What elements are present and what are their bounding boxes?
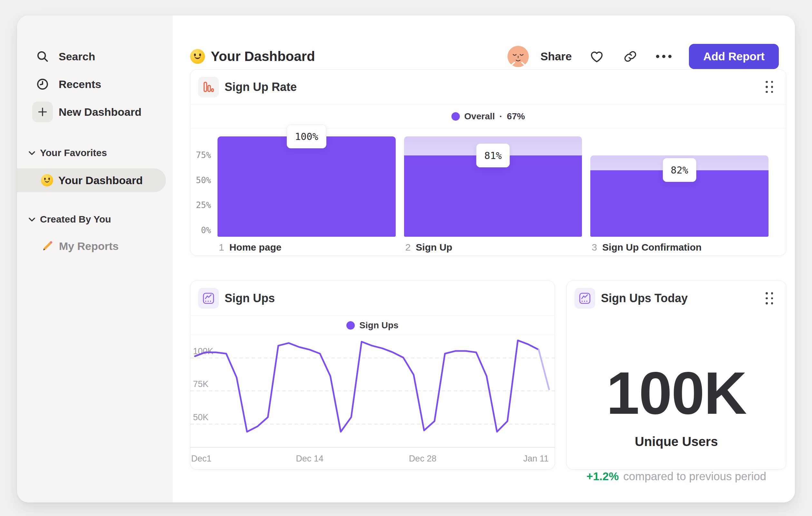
funnel-value-tooltip: 100% (287, 125, 326, 148)
page: Search Recents New Dashboard (0, 0, 812, 516)
sidebar-item-label: Your Dashboard (58, 174, 143, 187)
sidebar: Search Recents New Dashboard (17, 16, 173, 503)
legend-label: Overall (464, 111, 495, 121)
sidebar-item-your-dashboard[interactable]: Your Dashboard (17, 168, 166, 192)
funnel-y-axis: 75%50%25%0% (191, 128, 211, 255)
section-created-by-you[interactable]: Created By You (17, 212, 173, 226)
card-title: Sign Ups Today (601, 292, 765, 305)
funnel-y-tick: 75% (191, 150, 211, 160)
funnel-bar-1[interactable]: 100%1Home page (218, 136, 396, 237)
sidebar-item-my-reports[interactable]: My Reports (17, 234, 166, 258)
main-content: Your Dashboard Shar (173, 16, 795, 503)
kpi-delta: +1.2% (586, 470, 619, 483)
link-icon (624, 50, 637, 63)
drag-handle-icon[interactable] (765, 292, 773, 304)
funnel-chart: 75%50%25%0% 100%1Home page81%2Sign Up82%… (191, 128, 786, 255)
funnel-value-tooltip: 82% (663, 158, 696, 182)
section-label: Your Favorites (40, 147, 107, 158)
line-x-tick: Dec 28 (409, 454, 437, 463)
bar-chart-icon (198, 77, 219, 98)
chevron-down-icon (28, 149, 36, 157)
drag-handle-icon[interactable] (765, 81, 773, 93)
plus-icon (32, 102, 53, 122)
legend-separator: · (499, 111, 502, 121)
search-icon (32, 46, 53, 67)
legend-dot (346, 321, 355, 330)
kpi-delta-row: +1.2%compared to previous period (567, 470, 786, 483)
funnel-bar-fill (404, 156, 582, 237)
funnel-card-header: Sign Up Rate (191, 70, 786, 105)
line-chart-icon (198, 288, 219, 309)
funnel-card: Sign Up Rate Overall · 67% 75%50%25%0% 1… (190, 69, 786, 256)
kpi-label: Unique Users (567, 434, 786, 449)
line-chart-card: Sign Ups Sign Ups 100K75K50K Dec1Dec 14D… (190, 280, 555, 469)
funnel-plot: 100%1Home page81%2Sign Up82%3Sign Up Con… (218, 136, 768, 237)
line-card-header: Sign Ups (191, 281, 555, 316)
smiley-emoji (190, 49, 205, 64)
funnel-step-label: 1Home page (219, 242, 281, 253)
funnel-step-name: Sign Up (416, 242, 452, 253)
funnel-bar-2[interactable]: 81%2Sign Up (404, 136, 582, 237)
app-window: Search Recents New Dashboard (17, 16, 795, 503)
heart-icon (589, 49, 604, 64)
ellipsis-icon (656, 55, 671, 58)
card-title: Sign Ups (225, 292, 542, 305)
sidebar-item-label: My Reports (59, 240, 119, 252)
funnel-step-name: Sign Up Confirmation (602, 242, 701, 253)
kpi-card-header: Sign Ups Today (567, 281, 786, 316)
funnel-bar-3[interactable]: 82%3Sign Up Confirmation (590, 136, 768, 237)
line-x-tick: Jan 11 (523, 454, 549, 463)
funnel-value-tooltip: 81% (476, 143, 510, 167)
sidebar-item-new-dashboard[interactable]: New Dashboard (17, 98, 173, 126)
dashboard-header: Your Dashboard Shar (190, 41, 779, 72)
funnel-step-number: 2 (405, 242, 411, 253)
line-plot: 100K75K50K (191, 335, 555, 447)
funnel-step-label: 2Sign Up (405, 242, 453, 253)
funnel-step-label: 3Sign Up Confirmation (591, 242, 701, 253)
line-legend[interactable]: Sign Ups (191, 316, 555, 335)
line-x-tick: Dec 14 (296, 454, 323, 463)
line-x-tick: Dec1 (191, 454, 211, 463)
legend-label: Sign Ups (359, 320, 398, 331)
funnel-bar-fill (218, 136, 396, 237)
funnel-y-tick: 50% (191, 175, 211, 185)
clock-icon (32, 74, 53, 94)
funnel-y-tick: 0% (191, 225, 211, 235)
funnel-step-number: 3 (591, 242, 597, 253)
share-button[interactable]: Share (540, 50, 572, 63)
funnel-step-name: Home page (229, 242, 282, 253)
sidebar-item-label: Recents (59, 78, 101, 91)
sidebar-item-recents[interactable]: Recents (17, 70, 173, 98)
funnel-legend[interactable]: Overall · 67% (191, 105, 786, 128)
section-label: Created By You (40, 214, 111, 225)
avatar[interactable] (508, 46, 529, 67)
kpi-delta-note: compared to previous period (623, 470, 766, 483)
section-your-favorites[interactable]: Your Favorites (17, 146, 173, 160)
title-wrap: Your Dashboard (190, 49, 315, 64)
favorite-heart-button[interactable] (588, 48, 605, 65)
kpi-card: Sign Ups Today 100K Unique Users +1.2%co… (567, 280, 786, 469)
copy-link-button[interactable] (622, 48, 639, 65)
sidebar-item-label: New Dashboard (59, 106, 141, 118)
pencil-icon (41, 240, 54, 252)
more-options-button[interactable] (656, 48, 672, 65)
chevron-down-icon (28, 215, 36, 223)
funnel-step-number: 1 (219, 242, 224, 253)
kpi-body: 100K Unique Users +1.2%compared to previ… (567, 316, 786, 469)
smiley-emoji (41, 174, 53, 186)
legend-value: 67% (507, 111, 525, 121)
header-actions: Share (508, 44, 779, 69)
line-chart-icon (575, 288, 595, 309)
legend-dot (452, 112, 460, 120)
funnel-y-tick: 25% (191, 200, 211, 210)
signups-line-series[interactable] (191, 335, 555, 447)
page-title: Your Dashboard (211, 49, 315, 64)
card-title: Sign Up Rate (225, 80, 765, 94)
sidebar-item-search[interactable]: Search (17, 43, 173, 70)
sidebar-item-label: Search (59, 50, 95, 63)
line-x-axis: Dec1Dec 14Dec 28Jan 11 (191, 447, 555, 469)
add-report-button[interactable]: Add Report (689, 44, 779, 69)
kpi-value: 100K (567, 363, 786, 423)
